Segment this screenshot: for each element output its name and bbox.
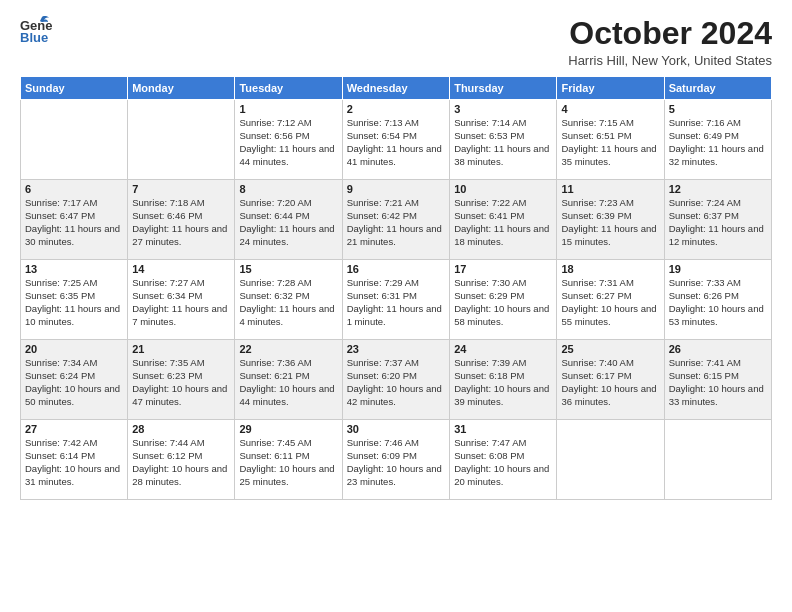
table-row: 27Sunrise: 7:42 AM Sunset: 6:14 PM Dayli… [21, 420, 128, 500]
day-number: 1 [239, 103, 337, 115]
table-row: 6Sunrise: 7:17 AM Sunset: 6:47 PM Daylig… [21, 180, 128, 260]
day-number: 12 [669, 183, 767, 195]
table-row: 26Sunrise: 7:41 AM Sunset: 6:15 PM Dayli… [664, 340, 771, 420]
table-row: 5Sunrise: 7:16 AM Sunset: 6:49 PM Daylig… [664, 100, 771, 180]
col-monday: Monday [128, 77, 235, 100]
table-row [128, 100, 235, 180]
table-row [557, 420, 664, 500]
day-detail: Sunrise: 7:15 AM Sunset: 6:51 PM Dayligh… [561, 117, 659, 168]
table-row: 13Sunrise: 7:25 AM Sunset: 6:35 PM Dayli… [21, 260, 128, 340]
day-detail: Sunrise: 7:29 AM Sunset: 6:31 PM Dayligh… [347, 277, 445, 328]
table-row: 12Sunrise: 7:24 AM Sunset: 6:37 PM Dayli… [664, 180, 771, 260]
day-detail: Sunrise: 7:45 AM Sunset: 6:11 PM Dayligh… [239, 437, 337, 488]
table-row: 23Sunrise: 7:37 AM Sunset: 6:20 PM Dayli… [342, 340, 449, 420]
table-row: 28Sunrise: 7:44 AM Sunset: 6:12 PM Dayli… [128, 420, 235, 500]
col-sunday: Sunday [21, 77, 128, 100]
table-row: 25Sunrise: 7:40 AM Sunset: 6:17 PM Dayli… [557, 340, 664, 420]
calendar-week-row: 13Sunrise: 7:25 AM Sunset: 6:35 PM Dayli… [21, 260, 772, 340]
header-row: Sunday Monday Tuesday Wednesday Thursday… [21, 77, 772, 100]
title-section: October 2024 Harris Hill, New York, Unit… [568, 16, 772, 68]
table-row: 9Sunrise: 7:21 AM Sunset: 6:42 PM Daylig… [342, 180, 449, 260]
table-row: 1Sunrise: 7:12 AM Sunset: 6:56 PM Daylig… [235, 100, 342, 180]
page: General Blue October 2024 Harris Hill, N… [0, 0, 792, 612]
day-detail: Sunrise: 7:34 AM Sunset: 6:24 PM Dayligh… [25, 357, 123, 408]
table-row: 11Sunrise: 7:23 AM Sunset: 6:39 PM Dayli… [557, 180, 664, 260]
day-detail: Sunrise: 7:39 AM Sunset: 6:18 PM Dayligh… [454, 357, 552, 408]
table-row [21, 100, 128, 180]
day-number: 9 [347, 183, 445, 195]
month-title: October 2024 [568, 16, 772, 51]
table-row: 24Sunrise: 7:39 AM Sunset: 6:18 PM Dayli… [450, 340, 557, 420]
col-thursday: Thursday [450, 77, 557, 100]
day-number: 13 [25, 263, 123, 275]
day-detail: Sunrise: 7:41 AM Sunset: 6:15 PM Dayligh… [669, 357, 767, 408]
day-number: 17 [454, 263, 552, 275]
day-detail: Sunrise: 7:20 AM Sunset: 6:44 PM Dayligh… [239, 197, 337, 248]
day-detail: Sunrise: 7:44 AM Sunset: 6:12 PM Dayligh… [132, 437, 230, 488]
table-row: 2Sunrise: 7:13 AM Sunset: 6:54 PM Daylig… [342, 100, 449, 180]
day-detail: Sunrise: 7:22 AM Sunset: 6:41 PM Dayligh… [454, 197, 552, 248]
day-detail: Sunrise: 7:42 AM Sunset: 6:14 PM Dayligh… [25, 437, 123, 488]
table-row: 20Sunrise: 7:34 AM Sunset: 6:24 PM Dayli… [21, 340, 128, 420]
day-number: 23 [347, 343, 445, 355]
day-number: 18 [561, 263, 659, 275]
day-number: 30 [347, 423, 445, 435]
header: General Blue October 2024 Harris Hill, N… [20, 16, 772, 68]
col-saturday: Saturday [664, 77, 771, 100]
day-detail: Sunrise: 7:31 AM Sunset: 6:27 PM Dayligh… [561, 277, 659, 328]
table-row: 4Sunrise: 7:15 AM Sunset: 6:51 PM Daylig… [557, 100, 664, 180]
table-row: 15Sunrise: 7:28 AM Sunset: 6:32 PM Dayli… [235, 260, 342, 340]
day-detail: Sunrise: 7:16 AM Sunset: 6:49 PM Dayligh… [669, 117, 767, 168]
logo-icon: General Blue [20, 16, 52, 44]
day-detail: Sunrise: 7:18 AM Sunset: 6:46 PM Dayligh… [132, 197, 230, 248]
day-number: 2 [347, 103, 445, 115]
table-row: 16Sunrise: 7:29 AM Sunset: 6:31 PM Dayli… [342, 260, 449, 340]
day-number: 5 [669, 103, 767, 115]
table-row: 31Sunrise: 7:47 AM Sunset: 6:08 PM Dayli… [450, 420, 557, 500]
table-row [664, 420, 771, 500]
day-detail: Sunrise: 7:47 AM Sunset: 6:08 PM Dayligh… [454, 437, 552, 488]
svg-text:Blue: Blue [20, 30, 48, 44]
table-row: 17Sunrise: 7:30 AM Sunset: 6:29 PM Dayli… [450, 260, 557, 340]
day-number: 7 [132, 183, 230, 195]
day-number: 3 [454, 103, 552, 115]
table-row: 21Sunrise: 7:35 AM Sunset: 6:23 PM Dayli… [128, 340, 235, 420]
day-number: 4 [561, 103, 659, 115]
day-number: 26 [669, 343, 767, 355]
table-row: 29Sunrise: 7:45 AM Sunset: 6:11 PM Dayli… [235, 420, 342, 500]
table-row: 8Sunrise: 7:20 AM Sunset: 6:44 PM Daylig… [235, 180, 342, 260]
table-row: 30Sunrise: 7:46 AM Sunset: 6:09 PM Dayli… [342, 420, 449, 500]
day-number: 22 [239, 343, 337, 355]
day-number: 11 [561, 183, 659, 195]
day-number: 20 [25, 343, 123, 355]
col-tuesday: Tuesday [235, 77, 342, 100]
calendar-week-row: 1Sunrise: 7:12 AM Sunset: 6:56 PM Daylig… [21, 100, 772, 180]
table-row: 22Sunrise: 7:36 AM Sunset: 6:21 PM Dayli… [235, 340, 342, 420]
table-row: 14Sunrise: 7:27 AM Sunset: 6:34 PM Dayli… [128, 260, 235, 340]
day-detail: Sunrise: 7:17 AM Sunset: 6:47 PM Dayligh… [25, 197, 123, 248]
day-number: 16 [347, 263, 445, 275]
day-detail: Sunrise: 7:40 AM Sunset: 6:17 PM Dayligh… [561, 357, 659, 408]
day-number: 19 [669, 263, 767, 275]
day-number: 31 [454, 423, 552, 435]
logo: General Blue [20, 16, 52, 44]
day-number: 25 [561, 343, 659, 355]
table-row: 19Sunrise: 7:33 AM Sunset: 6:26 PM Dayli… [664, 260, 771, 340]
day-detail: Sunrise: 7:24 AM Sunset: 6:37 PM Dayligh… [669, 197, 767, 248]
day-detail: Sunrise: 7:27 AM Sunset: 6:34 PM Dayligh… [132, 277, 230, 328]
day-detail: Sunrise: 7:21 AM Sunset: 6:42 PM Dayligh… [347, 197, 445, 248]
table-row: 10Sunrise: 7:22 AM Sunset: 6:41 PM Dayli… [450, 180, 557, 260]
day-number: 21 [132, 343, 230, 355]
day-detail: Sunrise: 7:33 AM Sunset: 6:26 PM Dayligh… [669, 277, 767, 328]
day-detail: Sunrise: 7:12 AM Sunset: 6:56 PM Dayligh… [239, 117, 337, 168]
day-number: 8 [239, 183, 337, 195]
day-number: 27 [25, 423, 123, 435]
day-detail: Sunrise: 7:28 AM Sunset: 6:32 PM Dayligh… [239, 277, 337, 328]
day-detail: Sunrise: 7:35 AM Sunset: 6:23 PM Dayligh… [132, 357, 230, 408]
day-number: 29 [239, 423, 337, 435]
day-number: 6 [25, 183, 123, 195]
table-row: 7Sunrise: 7:18 AM Sunset: 6:46 PM Daylig… [128, 180, 235, 260]
col-friday: Friday [557, 77, 664, 100]
calendar-week-row: 20Sunrise: 7:34 AM Sunset: 6:24 PM Dayli… [21, 340, 772, 420]
day-detail: Sunrise: 7:36 AM Sunset: 6:21 PM Dayligh… [239, 357, 337, 408]
